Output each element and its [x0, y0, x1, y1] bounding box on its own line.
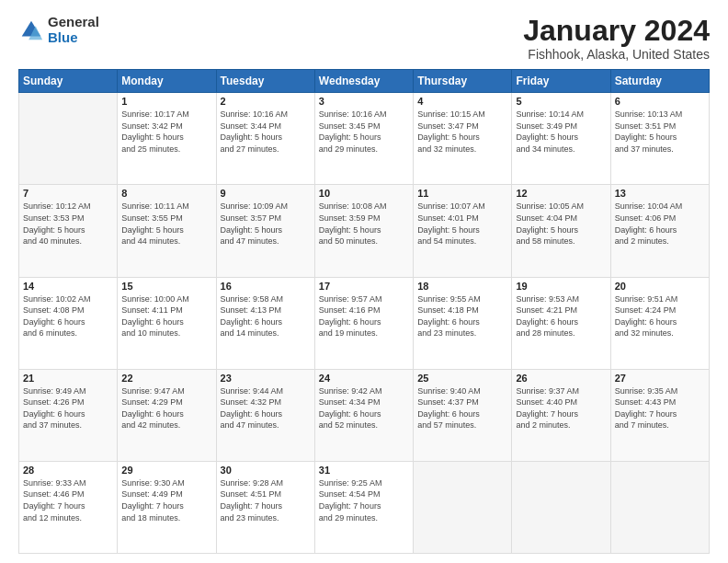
day-info: Sunrise: 9:57 AM Sunset: 4:16 PM Dayligh…	[319, 293, 409, 339]
calendar-cell: 1Sunrise: 10:17 AM Sunset: 3:42 PM Dayli…	[118, 93, 216, 185]
day-info: Sunrise: 9:33 AM Sunset: 4:46 PM Dayligh…	[23, 477, 113, 523]
day-number: 15	[121, 281, 211, 292]
day-info: Sunrise: 10:08 AM Sunset: 3:59 PM Daylig…	[319, 201, 409, 247]
day-number: 26	[516, 373, 606, 384]
day-number: 16	[221, 281, 311, 292]
calendar-cell: 18Sunrise: 9:55 AM Sunset: 4:18 PM Dayli…	[414, 277, 512, 369]
calendar-cell: 31Sunrise: 9:25 AM Sunset: 4:54 PM Dayli…	[314, 461, 413, 553]
day-number: 8	[121, 188, 211, 199]
calendar-week-row: 7Sunrise: 10:12 AM Sunset: 3:53 PM Dayli…	[19, 185, 710, 277]
main-title: January 2024	[523, 15, 710, 47]
calendar-cell: 5Sunrise: 10:14 AM Sunset: 3:49 PM Dayli…	[512, 93, 610, 185]
calendar-header-thursday: Thursday	[414, 70, 512, 93]
calendar-cell	[19, 93, 118, 185]
logo-blue: Blue	[48, 30, 99, 46]
day-info: Sunrise: 9:55 AM Sunset: 4:18 PM Dayligh…	[417, 293, 507, 339]
logo: General Blue	[18, 15, 99, 45]
logo-general: General	[48, 15, 99, 30]
calendar-cell: 25Sunrise: 9:40 AM Sunset: 4:37 PM Dayli…	[414, 369, 512, 461]
calendar-cell: 9Sunrise: 10:09 AM Sunset: 3:57 PM Dayli…	[216, 185, 314, 277]
calendar-header-row: SundayMondayTuesdayWednesdayThursdayFrid…	[19, 70, 710, 93]
day-number: 22	[121, 373, 211, 384]
day-info: Sunrise: 9:44 AM Sunset: 4:32 PM Dayligh…	[221, 385, 311, 431]
day-number: 11	[417, 188, 507, 199]
calendar-cell	[414, 461, 512, 553]
day-info: Sunrise: 9:40 AM Sunset: 4:37 PM Dayligh…	[417, 385, 507, 431]
logo-text: General Blue	[48, 15, 99, 45]
day-info: Sunrise: 9:58 AM Sunset: 4:13 PM Dayligh…	[221, 293, 311, 339]
day-number: 12	[516, 188, 606, 199]
day-number: 3	[319, 96, 409, 107]
calendar-week-row: 1Sunrise: 10:17 AM Sunset: 3:42 PM Dayli…	[19, 93, 710, 185]
calendar-cell: 3Sunrise: 10:16 AM Sunset: 3:45 PM Dayli…	[314, 93, 413, 185]
day-number: 18	[417, 281, 507, 292]
calendar-cell: 27Sunrise: 9:35 AM Sunset: 4:43 PM Dayli…	[610, 369, 709, 461]
title-block: January 2024 Fishhook, Alaska, United St…	[523, 15, 710, 62]
day-info: Sunrise: 9:42 AM Sunset: 4:34 PM Dayligh…	[319, 385, 409, 431]
calendar-week-row: 14Sunrise: 10:02 AM Sunset: 4:08 PM Dayl…	[19, 277, 710, 369]
day-info: Sunrise: 9:51 AM Sunset: 4:24 PM Dayligh…	[615, 293, 705, 339]
day-number: 17	[319, 281, 409, 292]
day-number: 7	[23, 188, 113, 199]
calendar-cell: 4Sunrise: 10:15 AM Sunset: 3:47 PM Dayli…	[414, 93, 512, 185]
day-info: Sunrise: 10:11 AM Sunset: 3:55 PM Daylig…	[121, 201, 211, 247]
day-number: 21	[23, 373, 113, 384]
calendar-cell	[512, 461, 610, 553]
calendar-cell: 22Sunrise: 9:47 AM Sunset: 4:29 PM Dayli…	[118, 369, 216, 461]
day-info: Sunrise: 10:16 AM Sunset: 3:45 PM Daylig…	[319, 109, 409, 155]
day-number: 20	[615, 281, 705, 292]
calendar-table: SundayMondayTuesdayWednesdayThursdayFrid…	[18, 69, 710, 554]
day-number: 10	[319, 188, 409, 199]
page: General Blue January 2024 Fishhook, Alas…	[0, 0, 728, 563]
calendar-cell: 28Sunrise: 9:33 AM Sunset: 4:46 PM Dayli…	[19, 461, 118, 553]
calendar-cell: 16Sunrise: 9:58 AM Sunset: 4:13 PM Dayli…	[216, 277, 314, 369]
calendar-cell: 2Sunrise: 10:16 AM Sunset: 3:44 PM Dayli…	[216, 93, 314, 185]
day-info: Sunrise: 9:30 AM Sunset: 4:49 PM Dayligh…	[121, 477, 211, 523]
day-info: Sunrise: 9:53 AM Sunset: 4:21 PM Dayligh…	[516, 293, 606, 339]
calendar-header-sunday: Sunday	[19, 70, 118, 93]
subtitle: Fishhook, Alaska, United States	[523, 47, 710, 62]
calendar-header-friday: Friday	[512, 70, 610, 93]
day-info: Sunrise: 9:49 AM Sunset: 4:26 PM Dayligh…	[23, 385, 113, 431]
calendar-cell: 29Sunrise: 9:30 AM Sunset: 4:49 PM Dayli…	[118, 461, 216, 553]
header: General Blue January 2024 Fishhook, Alas…	[18, 15, 710, 62]
day-info: Sunrise: 9:25 AM Sunset: 4:54 PM Dayligh…	[319, 477, 409, 523]
day-info: Sunrise: 10:16 AM Sunset: 3:44 PM Daylig…	[221, 109, 311, 155]
calendar-header-monday: Monday	[118, 70, 216, 93]
calendar-cell: 23Sunrise: 9:44 AM Sunset: 4:32 PM Dayli…	[216, 369, 314, 461]
day-number: 29	[121, 465, 211, 476]
calendar-header-tuesday: Tuesday	[216, 70, 314, 93]
day-info: Sunrise: 10:04 AM Sunset: 4:06 PM Daylig…	[615, 201, 705, 247]
calendar-cell: 15Sunrise: 10:00 AM Sunset: 4:11 PM Dayl…	[118, 277, 216, 369]
day-number: 28	[23, 465, 113, 476]
day-info: Sunrise: 10:00 AM Sunset: 4:11 PM Daylig…	[121, 293, 211, 339]
day-number: 9	[221, 188, 311, 199]
day-number: 13	[615, 188, 705, 199]
day-number: 30	[221, 465, 311, 476]
calendar-cell: 14Sunrise: 10:02 AM Sunset: 4:08 PM Dayl…	[19, 277, 118, 369]
calendar-cell: 30Sunrise: 9:28 AM Sunset: 4:51 PM Dayli…	[216, 461, 314, 553]
day-info: Sunrise: 10:05 AM Sunset: 4:04 PM Daylig…	[516, 201, 606, 247]
day-info: Sunrise: 10:09 AM Sunset: 3:57 PM Daylig…	[221, 201, 311, 247]
day-info: Sunrise: 9:28 AM Sunset: 4:51 PM Dayligh…	[221, 477, 311, 523]
day-number: 5	[516, 96, 606, 107]
day-number: 1	[121, 96, 211, 107]
day-number: 31	[319, 465, 409, 476]
day-info: Sunrise: 9:35 AM Sunset: 4:43 PM Dayligh…	[615, 385, 705, 431]
calendar-cell: 10Sunrise: 10:08 AM Sunset: 3:59 PM Dayl…	[314, 185, 413, 277]
calendar-cell: 7Sunrise: 10:12 AM Sunset: 3:53 PM Dayli…	[19, 185, 118, 277]
calendar-cell: 11Sunrise: 10:07 AM Sunset: 4:01 PM Dayl…	[414, 185, 512, 277]
calendar-week-row: 21Sunrise: 9:49 AM Sunset: 4:26 PM Dayli…	[19, 369, 710, 461]
day-number: 6	[615, 96, 705, 107]
calendar-cell: 20Sunrise: 9:51 AM Sunset: 4:24 PM Dayli…	[610, 277, 709, 369]
calendar-cell: 24Sunrise: 9:42 AM Sunset: 4:34 PM Dayli…	[314, 369, 413, 461]
day-info: Sunrise: 10:12 AM Sunset: 3:53 PM Daylig…	[23, 201, 113, 247]
day-info: Sunrise: 10:13 AM Sunset: 3:51 PM Daylig…	[615, 109, 705, 155]
day-number: 2	[221, 96, 311, 107]
day-info: Sunrise: 10:15 AM Sunset: 3:47 PM Daylig…	[417, 109, 507, 155]
day-info: Sunrise: 10:14 AM Sunset: 3:49 PM Daylig…	[516, 109, 606, 155]
day-info: Sunrise: 9:37 AM Sunset: 4:40 PM Dayligh…	[516, 385, 606, 431]
day-info: Sunrise: 9:47 AM Sunset: 4:29 PM Dayligh…	[121, 385, 211, 431]
day-number: 14	[23, 281, 113, 292]
day-number: 4	[417, 96, 507, 107]
